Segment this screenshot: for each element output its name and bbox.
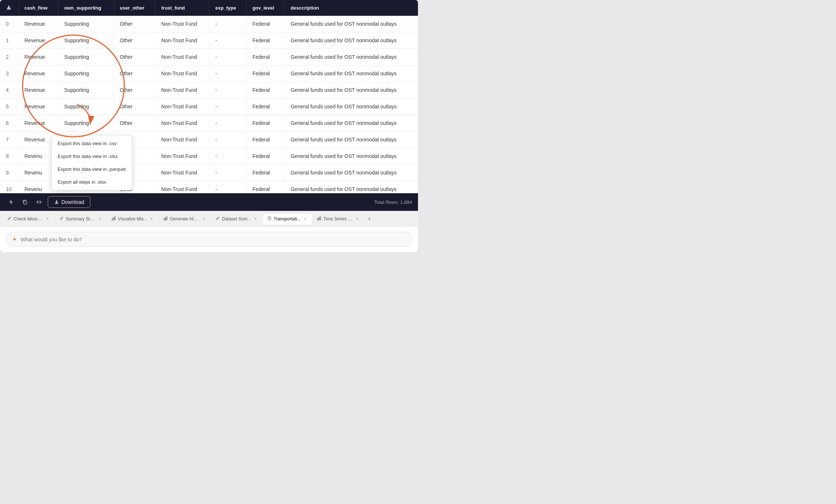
cell-gov_level: Federal — [246, 181, 285, 194]
chat-input[interactable] — [21, 237, 406, 242]
cell-desccription: General funds used for OST nonmodal outl… — [285, 16, 418, 32]
cell-index: 0 — [0, 16, 18, 32]
cell-index: 8 — [0, 148, 18, 165]
doc-icon — [267, 216, 271, 222]
bottom-toolbar: Export this data view in .csv Export thi… — [0, 193, 418, 211]
cell-gov_level: Federal — [246, 49, 285, 65]
tab-close-btn[interactable]: × — [303, 216, 307, 221]
cell-index: 2 — [0, 49, 18, 65]
tab-close-btn[interactable]: × — [355, 216, 360, 221]
cell-exp_type: - — [209, 181, 246, 194]
chat-input-container: ✦ — [6, 232, 412, 247]
tab-close-btn[interactable]: × — [149, 216, 154, 221]
tab-close-btn[interactable]: × — [98, 216, 102, 221]
cell-exp_type: - — [209, 49, 246, 65]
svg-rect-4 — [112, 218, 113, 220]
cell-user_other: Other — [113, 82, 155, 98]
export-xlsx-item[interactable]: Export this data view in .xlsx — [52, 150, 132, 163]
cell-gov_level: Federal — [246, 16, 285, 32]
svg-rect-6 — [115, 216, 115, 220]
chart-icon — [112, 216, 116, 222]
cell-exp_type: - — [209, 165, 246, 181]
cell-index: 1 — [0, 32, 18, 49]
pencil-icon — [216, 216, 220, 222]
cell-own_supporting: Supporting — [58, 82, 113, 98]
tab-close-btn[interactable]: × — [46, 216, 50, 221]
export-csv-item[interactable]: Export this data view in .csv — [52, 137, 132, 150]
svg-rect-15 — [320, 216, 321, 220]
table-row: 2RevenueSupportingOtherNon-Trust Fund-Fe… — [0, 49, 418, 65]
toolbar-lightning-btn[interactable] — [6, 197, 16, 207]
table-row: 5RevenueSupportingOtherNon-Trust Fund-Fe… — [0, 98, 418, 115]
export-parquet-item[interactable]: Export this data view in .parquet — [52, 163, 132, 176]
svg-rect-5 — [113, 217, 114, 220]
cell-own_supporting: Supporting — [58, 32, 113, 49]
tab-label: Visualize Mis... — [118, 216, 147, 222]
cell-user_other: Other — [113, 16, 155, 32]
cell-trust_fund: Non-Trust Fund — [155, 82, 209, 98]
cell-desccription: General funds used for OST nonmodal outl… — [285, 82, 418, 98]
cell-trust_fund: Non-Trust Fund — [155, 16, 209, 32]
cell-trust_fund: Non-Trust Fund — [155, 115, 209, 132]
cell-cash_flow: Revenue — [18, 82, 58, 98]
svg-rect-13 — [317, 218, 318, 220]
cell-exp_type: - — [209, 132, 246, 148]
add-tab-button[interactable]: + — [365, 214, 374, 224]
tab-label: Summary Sta... — [66, 216, 96, 222]
tab-close-btn[interactable]: × — [253, 216, 258, 221]
cell-trust_fund: Non-Trust Fund — [155, 65, 209, 82]
cell-index: 6 — [0, 115, 18, 132]
cell-index: 5 — [0, 98, 18, 115]
svg-rect-10 — [268, 216, 271, 220]
tab-label: Generate Hist... — [170, 216, 199, 222]
cell-desccription: General funds used for OST nonmodal outl… — [285, 32, 418, 49]
cell-exp_type: - — [209, 115, 246, 132]
tab-1[interactable]: Summary Sta... × — [55, 213, 107, 224]
toolbar-copy-btn[interactable] — [20, 197, 30, 207]
cell-user_other: Other — [113, 115, 155, 132]
chat-area: ✦ — [0, 226, 418, 252]
col-index — [0, 0, 18, 16]
cell-exp_type: - — [209, 148, 246, 165]
svg-rect-8 — [165, 217, 166, 220]
cell-trust_fund: Non-Trust Fund — [155, 148, 209, 165]
context-menu: Export this data view in .csv Export thi… — [51, 135, 132, 190]
cell-cash_flow: Revenue — [18, 65, 58, 82]
cell-user_other: Other — [113, 32, 155, 49]
table-row: 4RevenueSupportingOtherNon-Trust Fund-Fe… — [0, 82, 418, 98]
table-row: 3RevenueSupportingOtherNon-Trust Fund-Fe… — [0, 65, 418, 82]
total-rows: Total Rows: 1,884 — [374, 199, 412, 205]
cell-trust_fund: Non-Trust Fund — [155, 49, 209, 65]
cell-index: 10 — [0, 181, 18, 194]
tab-5[interactable]: Transportati... × — [263, 213, 312, 224]
cell-desccription: General funds used for OST nonmodal outl… — [285, 165, 418, 181]
cell-index: 9 — [0, 165, 18, 181]
download-button[interactable]: Download — [48, 196, 90, 208]
tab-label: Transportati... — [274, 216, 301, 222]
tab-0[interactable]: Check Missin... × — [3, 213, 54, 224]
download-label: Download — [61, 199, 84, 205]
cell-cash_flow: Revenue — [18, 16, 58, 32]
cell-gov_level: Federal — [246, 132, 285, 148]
table-header-row: cash_flow own_supporting user_other trus… — [0, 0, 418, 16]
tab-label: Time Series P... — [323, 216, 353, 222]
tab-4[interactable]: Dataset Sum... × — [211, 213, 262, 224]
tab-3[interactable]: Generate Hist... × — [159, 213, 210, 224]
cell-index: 4 — [0, 82, 18, 98]
cell-trust_fund: Non-Trust Fund — [155, 32, 209, 49]
tab-2[interactable]: Visualize Mis... × — [107, 213, 158, 224]
cell-own_supporting: Supporting — [58, 16, 113, 32]
chart-icon — [317, 216, 321, 222]
cell-trust_fund: Non-Trust Fund — [155, 181, 209, 194]
col-exp-type: exp_type — [209, 0, 246, 16]
tab-close-btn[interactable]: × — [202, 216, 206, 221]
toolbar-expand-btn[interactable] — [34, 197, 44, 207]
col-own-supporting: own_supporting — [58, 0, 113, 16]
table-row: 6RevenueSupportingOtherNon-Trust Fund-Fe… — [0, 115, 418, 132]
export-all-xlsx-item[interactable]: Export all steps in .xlsx — [52, 176, 132, 188]
table-row: 1RevenueSupportingOtherNon-Trust Fund-Fe… — [0, 32, 418, 49]
sparkle-icon: ✦ — [12, 236, 17, 243]
tab-6[interactable]: Time Series P... × — [313, 213, 364, 224]
svg-rect-9 — [167, 216, 167, 220]
chart-icon — [163, 216, 167, 222]
